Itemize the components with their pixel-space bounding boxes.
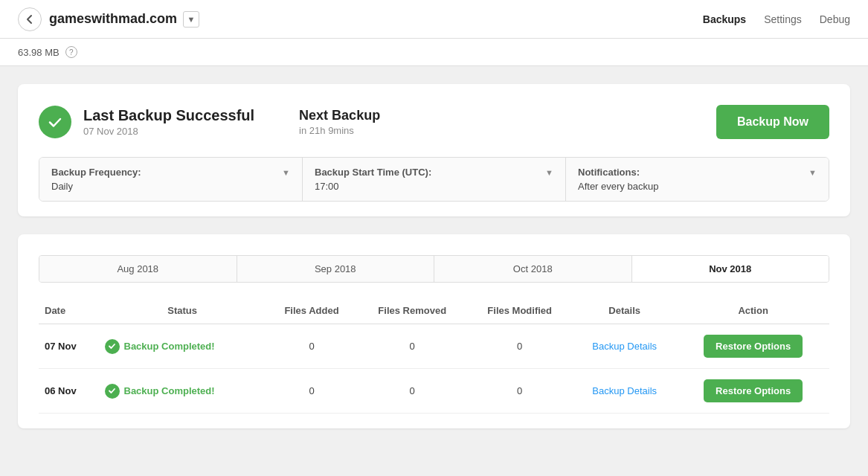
col-files-modified: Files Modified (467, 298, 572, 324)
last-backup-label: Last Backup Successful (83, 107, 254, 124)
cell-details: Backup Details (572, 369, 677, 414)
frequency-value: Daily (51, 181, 290, 192)
cell-files-added: 0 (266, 369, 357, 414)
restore-options-button[interactable]: Restore Options (704, 379, 803, 402)
cell-action: Restore Options (677, 324, 829, 369)
cell-action: Restore Options (677, 369, 829, 414)
backup-list-card: Aug 2018 Sep 2018 Oct 2018 Nov 2018 Date… (18, 234, 850, 428)
header: gameswithmad.com ▼ Backups Settings Debu… (0, 0, 868, 39)
frequency-arrow-icon: ▼ (282, 168, 290, 177)
table-row: 06 Nov Backup Completed! 0 0 0 Backup De… (39, 369, 829, 414)
chevron-down-icon: ▼ (187, 15, 196, 24)
col-action: Action (677, 298, 829, 324)
nav-debug[interactable]: Debug (820, 10, 850, 28)
col-status: Status (99, 298, 266, 324)
restore-options-button[interactable]: Restore Options (704, 335, 803, 358)
frequency-label: Backup Frequency: (51, 167, 141, 178)
backup-table: Date Status Files Added Files Removed Fi… (39, 298, 829, 414)
next-backup-label: Next Backup (299, 108, 380, 123)
backup-frequency-item[interactable]: Backup Frequency: ▼ Daily (39, 158, 303, 201)
cell-files-removed: 0 (357, 369, 467, 414)
frequency-row: Backup Frequency: ▼ Daily Backup Start T… (39, 157, 829, 202)
notifications-label: Notifications: (578, 167, 640, 178)
start-time-arrow-icon: ▼ (545, 168, 553, 177)
col-date: Date (39, 298, 99, 324)
help-icon[interactable]: ? (65, 46, 77, 58)
cell-files-added: 0 (266, 324, 357, 369)
cell-details: Backup Details (572, 324, 677, 369)
completed-check-icon (105, 384, 120, 399)
months-tabs: Aug 2018 Sep 2018 Oct 2018 Nov 2018 (39, 255, 829, 283)
col-details: Details (572, 298, 677, 324)
back-button[interactable] (18, 7, 42, 31)
nav-backups[interactable]: Backups (703, 10, 746, 28)
cell-files-modified: 0 (467, 324, 572, 369)
frequency-header: Backup Frequency: ▼ (51, 167, 290, 178)
cell-files-modified: 0 (467, 369, 572, 414)
table-header: Date Status Files Added Files Removed Fi… (39, 298, 829, 324)
sub-bar: 63.98 MB ? (0, 39, 868, 66)
cell-status: Backup Completed! (99, 324, 266, 369)
start-time-item[interactable]: Backup Start Time (UTC): ▼ 17:00 (303, 158, 566, 201)
cell-date: 06 Nov (39, 369, 99, 414)
last-backup-info: Last Backup Successful 07 Nov 2018 (83, 107, 254, 137)
col-files-removed: Files Removed (357, 298, 467, 324)
cell-status: Backup Completed! (99, 369, 266, 414)
completed-label: Backup Completed! (124, 341, 215, 352)
completed-check-icon (105, 339, 120, 354)
tab-sep-2018[interactable]: Sep 2018 (237, 256, 435, 282)
main-content: Last Backup Successful 07 Nov 2018 Next … (0, 66, 868, 464)
tab-nov-2018[interactable]: Nov 2018 (632, 256, 829, 282)
notifications-value: After every backup (578, 181, 817, 192)
main-nav: Backups Settings Debug (703, 10, 850, 28)
backup-status-card: Last Backup Successful 07 Nov 2018 Next … (18, 84, 850, 216)
start-time-label: Backup Start Time (UTC): (315, 167, 431, 178)
nav-settings[interactable]: Settings (764, 10, 802, 28)
cell-files-removed: 0 (357, 324, 467, 369)
status-success-icon (39, 106, 71, 138)
table-row: 07 Nov Backup Completed! 0 0 0 Backup De… (39, 324, 829, 369)
next-backup-time: in 21h 9mins (299, 125, 380, 136)
tab-aug-2018[interactable]: Aug 2018 (39, 256, 237, 282)
notifications-item[interactable]: Notifications: ▼ After every backup (566, 158, 829, 201)
tab-oct-2018[interactable]: Oct 2018 (434, 256, 632, 282)
completed-label: Backup Completed! (124, 385, 215, 396)
cell-date: 07 Nov (39, 324, 99, 369)
storage-size: 63.98 MB (18, 47, 60, 58)
site-title: gameswithmad.com (49, 11, 177, 27)
backup-details-link[interactable]: Backup Details (592, 385, 657, 396)
backup-now-button[interactable]: Backup Now (716, 105, 829, 139)
start-time-header: Backup Start Time (UTC): ▼ (315, 167, 553, 178)
backup-details-link[interactable]: Backup Details (592, 341, 657, 352)
backup-status-row: Last Backup Successful 07 Nov 2018 Next … (39, 105, 829, 139)
last-backup-date: 07 Nov 2018 (83, 126, 254, 137)
notifications-header: Notifications: ▼ (578, 167, 817, 178)
col-files-added: Files Added (266, 298, 357, 324)
notifications-arrow-icon: ▼ (808, 168, 817, 177)
site-dropdown[interactable]: ▼ (183, 11, 199, 28)
start-time-value: 17:00 (315, 181, 553, 192)
next-backup-info: Next Backup in 21h 9mins (299, 108, 380, 136)
